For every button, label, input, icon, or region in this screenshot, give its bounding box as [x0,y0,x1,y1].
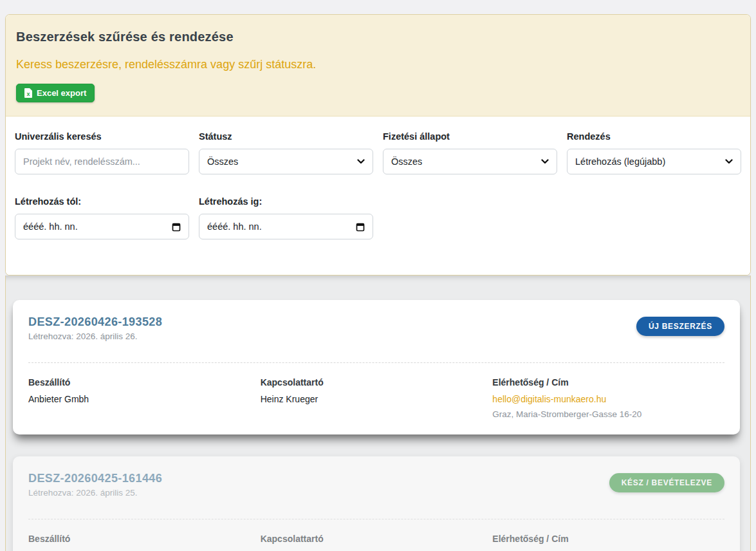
created-date: Létrehozva: 2026. április 26. [28,332,162,341]
created-to-date-input[interactable]: éééé. hh. nn. [199,214,373,239]
reach-column: Elérhetőség / Cím hello@digitalis-munkae… [492,377,724,419]
status-label: Státusz [199,131,373,142]
supplier-value: Anbieter Gmbh [28,394,261,404]
reach-column: Elérhetőség / Cím hello@digitalis-munkae… [492,534,724,551]
payment-select-value: Összes [391,156,422,167]
excel-export-label: Excel export [37,88,86,98]
excel-export-button[interactable]: x Excel export [16,84,95,102]
calendar-icon [356,222,365,232]
card-header: DESZ-20260425-161446 Létrehozva: 2026. á… [28,472,724,498]
created-from-date-value: éééé. hh. nn. [23,221,78,232]
address-value: Graz, Maria-Stromberger-Gasse 16-20 [492,409,724,419]
card-title-block: DESZ-20260426-193528 Létrehozva: 2026. á… [28,315,162,341]
supplier-column: Beszállító Anbieter Gmbh [28,534,261,551]
created-from-date-input[interactable]: éééé. hh. nn. [15,214,189,239]
procurement-card: DESZ-20260426-193528 Létrehozva: 2026. á… [13,300,740,434]
filter-panel-header: Beszerzések szűrése és rendezése Keress … [6,15,750,117]
contact-column: Kapcsolattartó Heinz Krueger [261,534,493,551]
calendar-icon [172,222,181,232]
supplier-label: Beszállító [28,534,261,544]
chevron-down-icon [725,159,733,164]
filter-panel: Beszerzések szűrése és rendezése Keress … [5,14,751,276]
sort-label: Rendezés [567,131,741,142]
sort-select-value: Létrehozás (legújabb) [575,156,665,167]
field-status: Státusz Összes [199,131,373,174]
chevron-down-icon [357,159,365,164]
svg-text:x: x [26,91,30,97]
field-created-from: Létrehozás tól: éééé. hh. nn. [15,196,189,239]
filter-row-2: Létrehozás tól: éééé. hh. nn. Létrehozás… [15,196,741,239]
procurement-card: DESZ-20260425-161446 Létrehozva: 2026. á… [13,456,740,551]
created-to-date-value: éééé. hh. nn. [207,221,262,232]
email-link[interactable]: hello@digitalis-munkaero.hu [492,394,606,404]
payment-status-select[interactable]: Összes [383,149,557,174]
procurement-id: DESZ-20260425-161446 [28,472,162,485]
contact-label: Kapcsolattartó [261,377,493,388]
card-details: Beszállító Anbieter Gmbh Kapcsolattartó … [28,377,724,419]
search-input[interactable] [15,149,189,174]
field-sort: Rendezés Létrehozás (legújabb) [567,131,741,174]
created-to-label: Létrehozás ig: [199,196,373,207]
excel-file-icon: x [24,88,32,98]
field-universal-search: Univerzális keresés [15,131,189,174]
filter-controls: Univerzális keresés Státusz Összes Fizet… [6,117,750,275]
contact-value: Heinz Krueger [261,394,493,404]
filter-row-1: Univerzális keresés Státusz Összes Fizet… [15,131,741,174]
status-badge: ÚJ BESZERZÉS [636,317,724,336]
field-created-to: Létrehozás ig: éééé. hh. nn. [199,196,373,239]
page-title: Beszerzések szűrése és rendezése [16,30,740,44]
reach-label: Elérhetőség / Cím [492,377,724,388]
results-list: DESZ-20260426-193528 Létrehozva: 2026. á… [5,276,751,551]
sort-select[interactable]: Létrehozás (legújabb) [567,149,741,174]
status-select-value: Összes [207,156,238,167]
status-badge: KÉSZ / BEVÉTELEZVE [609,473,724,492]
supplier-label: Beszállító [28,377,261,388]
supplier-column: Beszállító Anbieter Gmbh [28,377,261,419]
chevron-down-icon [541,159,549,164]
payment-status-label: Fizetési állapot [383,131,557,142]
card-header: DESZ-20260426-193528 Létrehozva: 2026. á… [28,315,724,341]
created-from-label: Létrehozás tól: [15,196,189,207]
reach-label: Elérhetőség / Cím [492,534,724,544]
field-payment-status: Fizetési állapot Összes [383,131,557,174]
card-title-block: DESZ-20260425-161446 Létrehozva: 2026. á… [28,472,162,498]
page-subtitle: Keress beszerzésre, rendelésszámra vagy … [16,58,740,71]
card-details: Beszállító Anbieter Gmbh Kapcsolattartó … [28,534,724,551]
status-select[interactable]: Összes [199,149,373,174]
card-divider [28,519,724,519]
card-divider [28,362,724,363]
created-date: Létrehozva: 2026. április 25. [28,488,162,498]
contact-column: Kapcsolattartó Heinz Krueger [261,377,493,419]
procurement-id: DESZ-20260426-193528 [28,315,162,329]
search-label: Univerzális keresés [15,131,189,142]
contact-label: Kapcsolattartó [261,534,493,544]
